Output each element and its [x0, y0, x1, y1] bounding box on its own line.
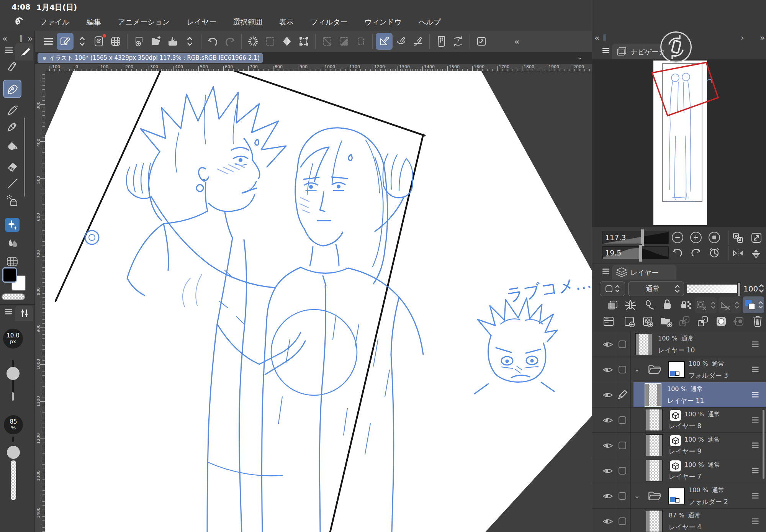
new-canvas-icon[interactable] [131, 33, 147, 50]
main-color-swatch-selected[interactable] [2, 267, 17, 283]
snap-to-ruler-icon[interactable] [376, 33, 393, 50]
layer-row[interactable]: 100 % 通常 レイヤー 8 [592, 408, 766, 433]
gradient-droplet-icon[interactable] [278, 33, 295, 50]
layer-drag-handle[interactable] [751, 442, 759, 450]
actual-size-icon[interactable] [751, 232, 762, 244]
visibility-eye-icon[interactable] [603, 493, 613, 501]
layer-thumbnail[interactable] [635, 333, 652, 355]
flip-horizontal-icon[interactable] [732, 248, 744, 260]
visibility-eye-icon[interactable] [603, 417, 613, 425]
tool-ink-pen[interactable] [5, 119, 19, 133]
zoom-100-button[interactable] [709, 232, 720, 243]
rotate-right-icon[interactable] [690, 247, 702, 259]
tool-decoration[interactable] [5, 218, 20, 232]
layer-drag-handle[interactable] [751, 493, 759, 501]
layer-checkbox[interactable] [619, 366, 626, 373]
active-tool-icon[interactable] [57, 33, 74, 50]
folder-row[interactable]: ⌄ 100 % 通常 フォルダー 3 [592, 357, 766, 382]
deselect-icon[interactable] [319, 33, 336, 50]
expand-panel-icon[interactable]: » [760, 33, 765, 43]
companion-keypad-icon[interactable] [433, 33, 450, 50]
canvas-settings-icon[interactable] [107, 33, 124, 50]
menu-file[interactable]: ファイル [40, 17, 70, 27]
thumbnail-size-button[interactable] [600, 282, 625, 296]
brush-opacity-slider-track[interactable] [12, 437, 14, 442]
new-folder-icon[interactable] [660, 316, 673, 327]
tool-eraser[interactable] [5, 160, 19, 174]
layer-checkbox[interactable] [619, 442, 626, 449]
merge-down-icon[interactable] [697, 316, 709, 327]
zoom-out-button[interactable] [672, 232, 683, 243]
layer-thumbnail[interactable] [646, 434, 663, 456]
layer-list-settings-icon[interactable] [603, 316, 614, 327]
menu-animation[interactable]: アニメーション [118, 17, 170, 27]
layer-drag-handle[interactable] [751, 417, 759, 425]
delete-layer-icon[interactable] [752, 315, 763, 327]
rotation-slider-thumb[interactable] [639, 244, 642, 262]
layer-thumbnail[interactable] [646, 409, 663, 431]
open-file-icon[interactable] [147, 33, 164, 50]
tool-brush-pen[interactable] [5, 103, 19, 117]
layer-opacity-thumb[interactable] [737, 282, 741, 296]
tool-fill-bucket[interactable] [5, 139, 19, 153]
layer-list-scrollbar[interactable] [763, 410, 764, 479]
tool-airbrush[interactable] [5, 194, 19, 208]
lock-layer-icon[interactable] [662, 299, 673, 310]
navigator-zoom-slider[interactable]: 117.3 [602, 231, 669, 244]
brush-opacity-slider-thumb[interactable] [7, 446, 20, 459]
menu-edit[interactable]: 編集 [87, 17, 101, 27]
layer-drag-handle[interactable] [751, 341, 759, 349]
tool-property-menu-icon[interactable] [5, 309, 12, 315]
delete-ruler-group[interactable] [719, 297, 741, 313]
layer-row-selected[interactable]: 100 % 通常 レイヤー 11 [592, 382, 766, 408]
canvas-viewport[interactable]: ラブコメ…? [45, 71, 592, 532]
blend-mode-dropdown[interactable]: 通常 [628, 282, 684, 296]
folder-row[interactable]: ⌄ 100 % 通常 フォルダー 2 [592, 483, 766, 509]
folder-thumbnail[interactable] [668, 488, 685, 504]
selection-marquee-icon[interactable] [262, 33, 278, 50]
layer-opacity-steppers[interactable] [759, 283, 764, 293]
layer-drag-handle[interactable] [751, 391, 759, 399]
layer-color-group-active[interactable] [743, 296, 764, 313]
layer-checkbox[interactable] [619, 340, 626, 348]
tool-blend[interactable] [5, 237, 19, 251]
layer-checkbox[interactable] [619, 517, 626, 525]
tool-straight-line[interactable] [5, 177, 19, 191]
panel-next-icon[interactable]: › [741, 33, 744, 43]
drag-handle-icon[interactable]: ‖ [19, 34, 23, 42]
navigator-preview[interactable] [592, 59, 766, 228]
brush-size-slider-thumb[interactable] [7, 367, 20, 380]
clip-studio-logo-icon[interactable] [14, 16, 25, 28]
tool-palette-tab[interactable] [15, 43, 33, 61]
delete-mask-group[interactable] [695, 297, 717, 313]
save-chevrons-icon[interactable] [181, 33, 198, 50]
layer-row[interactable]: 100 % 通常 レイヤー 10 [592, 332, 766, 357]
zoom-in-button[interactable] [690, 232, 702, 243]
document-tab[interactable]: イラスト 106* (1565 x 4329px 350dpi 117.3% :… [38, 53, 263, 63]
visibility-eye-icon[interactable] [603, 443, 613, 450]
folder-expand-chevron[interactable]: ⌄ [634, 365, 640, 373]
layer-checkbox[interactable] [619, 467, 626, 475]
menu-view[interactable]: 表示 [279, 17, 294, 27]
help-icon[interactable]: ? [450, 33, 466, 50]
tool-switch-chevrons-icon[interactable] [74, 33, 90, 50]
transform-frame-icon[interactable] [295, 33, 312, 50]
draft-layer-icon[interactable] [643, 299, 655, 311]
layer-mask-icon[interactable] [715, 316, 727, 329]
layer-thumbnail[interactable] [646, 510, 663, 532]
redo-icon[interactable] [221, 33, 238, 50]
tab-list-chevron-icon[interactable]: ⌄ [577, 53, 583, 61]
brush-opacity-slider-checker[interactable] [11, 460, 16, 500]
clip-studio-sync-icon[interactable] [90, 33, 107, 50]
layer-drag-handle[interactable] [751, 518, 759, 526]
tool-property-tab[interactable] [15, 306, 33, 321]
layers-menu-icon[interactable] [602, 268, 610, 274]
tool-strip-scrollbar[interactable] [24, 118, 25, 196]
layer-opacity-slider[interactable] [687, 285, 739, 293]
layer-drag-handle[interactable] [751, 467, 759, 475]
clip-to-layer-below-icon[interactable] [607, 300, 618, 311]
fit-to-screen-icon[interactable] [732, 232, 744, 244]
collapse-panel-icon[interactable]: « [594, 33, 599, 43]
menu-selection[interactable]: 選択範囲 [233, 17, 262, 27]
layer-checkbox[interactable] [619, 416, 626, 424]
